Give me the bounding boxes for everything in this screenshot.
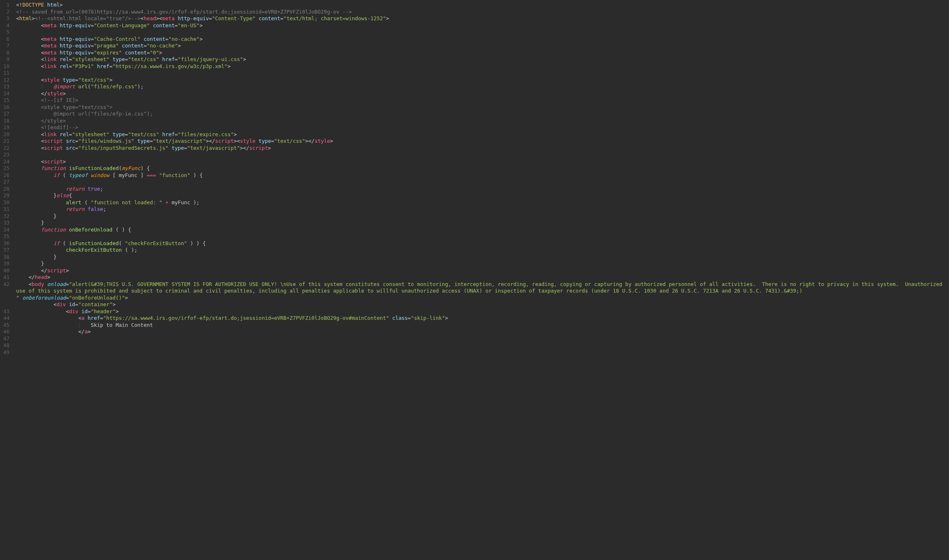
token-tag-red: body bbox=[32, 281, 44, 287]
code-line[interactable]: <!-- saved from url=(0078)https://sa.www… bbox=[16, 9, 949, 16]
token-tag-red: style bbox=[315, 138, 330, 144]
line-number: 34 bbox=[3, 227, 9, 234]
code-line[interactable]: <body onload="alert(&#39;THIS U.S. GOVER… bbox=[16, 281, 949, 295]
code-line[interactable]: </head> bbox=[16, 274, 949, 281]
code-line[interactable]: <style type="text/css"> bbox=[16, 77, 949, 84]
code-line[interactable]: @import url("files/efp-ie.css"); bbox=[16, 111, 949, 118]
code-line[interactable]: │ Skip to Main Content bbox=[16, 322, 949, 329]
line-number: 28 bbox=[3, 186, 9, 193]
token-punct: < bbox=[41, 315, 81, 321]
token-punct: = bbox=[69, 63, 72, 69]
token-punct: ></ bbox=[240, 145, 249, 151]
code-line[interactable]: </style> bbox=[16, 90, 949, 97]
token-punct: = bbox=[125, 131, 128, 137]
token-str: "stylesheet" bbox=[72, 131, 109, 137]
code-line[interactable]: <link rel="stylesheet" type="text/css" h… bbox=[16, 56, 949, 63]
line-number: 5 bbox=[3, 29, 9, 36]
code-line[interactable]: function onBeforeUnload ( ) { bbox=[16, 227, 949, 234]
code-line[interactable]: checkForExitButton ( ); bbox=[16, 247, 949, 254]
code-line[interactable]: <script> bbox=[16, 158, 949, 165]
token-str: "text/css" bbox=[274, 138, 305, 144]
code-line[interactable]: <div id="header"> bbox=[16, 308, 949, 315]
code-line[interactable] bbox=[16, 336, 949, 343]
code-line[interactable]: } bbox=[16, 220, 949, 227]
code-line[interactable] bbox=[16, 151, 949, 158]
code-line[interactable]: <link rel="P3Pv1" href="https://sa.www4.… bbox=[16, 63, 949, 70]
token-punct: ; bbox=[100, 186, 103, 192]
line-number: 40 bbox=[3, 267, 9, 274]
token-punct: > bbox=[66, 267, 69, 274]
token-punct: ) ) { bbox=[187, 240, 206, 246]
code-line[interactable]: " onbeforeunload="onBeforeUnload()"> bbox=[16, 295, 949, 302]
token-attr: rel bbox=[59, 63, 69, 69]
code-line[interactable]: <meta http-equiv="expires" content="0"> bbox=[16, 50, 949, 57]
code-line[interactable]: <!DOCTYPE html> bbox=[16, 2, 949, 9]
code-line[interactable]: return true; bbox=[16, 186, 949, 193]
token-punct: > bbox=[445, 315, 448, 321]
token-punct bbox=[19, 295, 23, 301]
token-attr: http-equiv bbox=[59, 43, 90, 49]
line-number: 29 bbox=[3, 192, 9, 199]
token-kw: return bbox=[66, 206, 85, 212]
token-punct: > bbox=[47, 274, 50, 280]
token-comment: <!--<shtml:html locale="true"/>--> bbox=[35, 15, 140, 21]
token-attr: href bbox=[97, 63, 109, 69]
code-line[interactable] bbox=[16, 179, 949, 186]
code-line[interactable] bbox=[16, 233, 949, 240]
token-str: "stylesheet" bbox=[72, 56, 109, 62]
line-number: 24 bbox=[3, 158, 9, 165]
code-line[interactable]: if ( typeof window [ myFunc ] === "funct… bbox=[16, 172, 949, 179]
line-number: 44 bbox=[3, 315, 9, 322]
code-line[interactable]: │ @import url("files/efp.css"); bbox=[16, 83, 949, 90]
code-line[interactable]: <link rel="stylesheet" type="text/css" h… bbox=[16, 131, 949, 138]
token-punct bbox=[41, 240, 53, 246]
token-str: "text/css" bbox=[128, 131, 159, 137]
code-line[interactable]: <a href="https://sa.www4.irs.gov/irfof-e… bbox=[16, 315, 949, 322]
line-number: 11 bbox=[3, 70, 9, 77]
token-punct: > bbox=[63, 158, 66, 165]
code-line[interactable]: <style type="text/css"> bbox=[16, 104, 949, 111]
code-line[interactable]: <meta http-equiv="Cache-Control" content… bbox=[16, 36, 949, 43]
line-number-gutter: 1234567891011121314151617181920212223242… bbox=[0, 0, 14, 560]
line-number: 32 bbox=[3, 213, 9, 220]
token-str: "onBeforeUnload()" bbox=[69, 295, 125, 301]
code-line[interactable]: </a> bbox=[16, 328, 949, 336]
token-punct: < bbox=[41, 158, 44, 165]
code-line[interactable]: <script src="files/windows.js" type="tex… bbox=[16, 138, 949, 145]
token-punct: </ bbox=[28, 274, 35, 280]
code-line[interactable]: } bbox=[16, 260, 949, 267]
token-tag: html bbox=[19, 15, 32, 21]
line-number: 2 bbox=[3, 9, 9, 16]
code-line[interactable] bbox=[16, 29, 949, 36]
token-tag-red: head bbox=[35, 274, 47, 280]
code-line[interactable]: </script> bbox=[16, 267, 949, 274]
code-line[interactable]: <!--[if IE]> bbox=[16, 97, 949, 104]
code-line[interactable]: <script src="files/inputSharedSecrets.js… bbox=[16, 145, 949, 152]
token-punct: = bbox=[184, 145, 187, 151]
token-attr: content bbox=[122, 43, 144, 49]
line-number: 9 bbox=[3, 56, 9, 63]
line-number: 20 bbox=[3, 131, 9, 138]
token-str: "files/jquery-ui.css" bbox=[178, 56, 243, 62]
code-line[interactable]: function isFunctionLoaded(myFunc) { bbox=[16, 165, 949, 172]
code-editor[interactable]: 1234567891011121314151617181920212223242… bbox=[0, 0, 949, 560]
code-line[interactable]: } bbox=[16, 254, 949, 261]
code-area[interactable]: <!DOCTYPE html><!-- saved from url=(0078… bbox=[14, 0, 949, 560]
token-comment: @import url("files/efp-ie.css"); bbox=[41, 111, 153, 117]
token-punct bbox=[75, 83, 78, 90]
code-line[interactable]: } bbox=[16, 213, 949, 220]
code-line[interactable]: <div id="container"> bbox=[16, 301, 949, 308]
code-line[interactable] bbox=[16, 70, 949, 77]
code-line[interactable]: </style> bbox=[16, 118, 949, 125]
code-line[interactable]: }else{ bbox=[16, 192, 949, 199]
token-txt: Skip to Main Content bbox=[91, 322, 153, 328]
line-number: 37 bbox=[3, 247, 9, 254]
code-line[interactable]: alert ( "function not loaded: " + myFunc… bbox=[16, 199, 949, 206]
token-punct: > bbox=[228, 63, 231, 69]
code-line[interactable]: return false; bbox=[16, 206, 949, 213]
code-line[interactable]: <html><!--<shtml:html locale="true"/>-->… bbox=[16, 15, 949, 22]
code-line[interactable]: <meta http-equiv="pragma" content="no-ca… bbox=[16, 43, 949, 50]
code-line[interactable]: <meta http-equiv="Content-Language" cont… bbox=[16, 22, 949, 29]
code-line[interactable]: if ( isFunctionLoaded( "checkForExitButt… bbox=[16, 240, 949, 247]
code-line[interactable]: <![endif]--> bbox=[16, 124, 949, 131]
